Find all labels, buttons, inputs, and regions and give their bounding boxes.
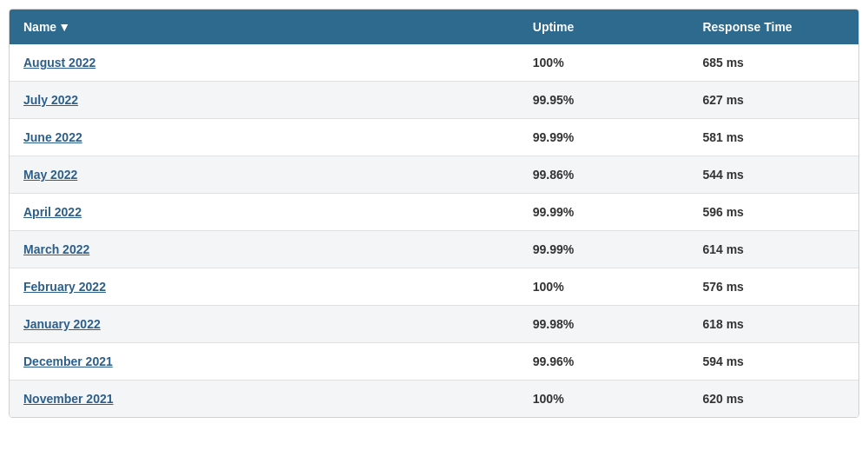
table-row: February 2022100%576 ms — [10, 268, 858, 306]
cell-uptime: 99.99% — [519, 231, 689, 268]
cell-uptime: 99.95% — [519, 82, 689, 119]
cell-response: 544 ms — [688, 156, 858, 194]
cell-uptime: 99.99% — [519, 119, 689, 156]
row-name-link[interactable]: January 2022 — [23, 317, 101, 331]
cell-response: 581 ms — [688, 119, 858, 156]
sort-icon: ▼ — [58, 20, 70, 34]
col-uptime-label: Uptime — [533, 20, 574, 34]
cell-name: November 2021 — [10, 381, 519, 418]
cell-uptime: 99.96% — [519, 343, 689, 381]
uptime-table: Name▼ Uptime Response Time August 202210… — [10, 10, 858, 417]
table-row: November 2021100%620 ms — [10, 381, 858, 418]
cell-uptime: 99.86% — [519, 156, 689, 194]
row-name-link[interactable]: November 2021 — [23, 392, 114, 406]
cell-uptime: 100% — [519, 268, 689, 306]
table-row: December 202199.96%594 ms — [10, 343, 858, 381]
table-row: June 202299.99%581 ms — [10, 119, 858, 156]
cell-response: 596 ms — [688, 194, 858, 231]
table-row: January 202299.98%618 ms — [10, 306, 858, 343]
cell-response: 618 ms — [688, 306, 858, 343]
row-name-link[interactable]: June 2022 — [23, 130, 82, 144]
cell-response: 620 ms — [688, 381, 858, 418]
table-row: July 202299.95%627 ms — [10, 82, 858, 119]
col-name-label: Name — [23, 20, 56, 34]
row-name-link[interactable]: December 2021 — [23, 354, 113, 368]
cell-uptime: 100% — [519, 381, 689, 418]
uptime-table-container: Name▼ Uptime Response Time August 202210… — [9, 9, 859, 418]
row-name-link[interactable]: August 2022 — [23, 56, 95, 70]
table-row: August 2022100%685 ms — [10, 44, 858, 82]
cell-response: 685 ms — [688, 44, 858, 82]
column-header-name[interactable]: Name▼ — [10, 10, 519, 44]
cell-name: December 2021 — [10, 343, 519, 381]
cell-response: 594 ms — [688, 343, 858, 381]
cell-response: 614 ms — [688, 231, 858, 268]
cell-name: March 2022 — [10, 231, 519, 268]
cell-response: 627 ms — [688, 82, 858, 119]
cell-uptime: 99.99% — [519, 194, 689, 231]
cell-name: June 2022 — [10, 119, 519, 156]
cell-name: May 2022 — [10, 156, 519, 194]
row-name-link[interactable]: May 2022 — [23, 168, 77, 182]
column-header-uptime[interactable]: Uptime — [519, 10, 689, 44]
row-name-link[interactable]: July 2022 — [23, 93, 78, 107]
cell-name: February 2022 — [10, 268, 519, 306]
cell-name: April 2022 — [10, 194, 519, 231]
table-row: April 202299.99%596 ms — [10, 194, 858, 231]
row-name-link[interactable]: April 2022 — [23, 205, 82, 219]
table-row: March 202299.99%614 ms — [10, 231, 858, 268]
cell-name: July 2022 — [10, 82, 519, 119]
cell-uptime: 99.98% — [519, 306, 689, 343]
col-response-label: Response Time — [702, 20, 792, 34]
cell-name: August 2022 — [10, 44, 519, 82]
cell-response: 576 ms — [688, 268, 858, 306]
row-name-link[interactable]: March 2022 — [23, 242, 89, 256]
table-body: August 2022100%685 msJuly 202299.95%627 … — [10, 44, 858, 417]
cell-name: January 2022 — [10, 306, 519, 343]
table-header-row: Name▼ Uptime Response Time — [10, 10, 858, 44]
table-row: May 202299.86%544 ms — [10, 156, 858, 194]
cell-uptime: 100% — [519, 44, 689, 82]
row-name-link[interactable]: February 2022 — [23, 280, 106, 294]
column-header-response[interactable]: Response Time — [688, 10, 858, 44]
